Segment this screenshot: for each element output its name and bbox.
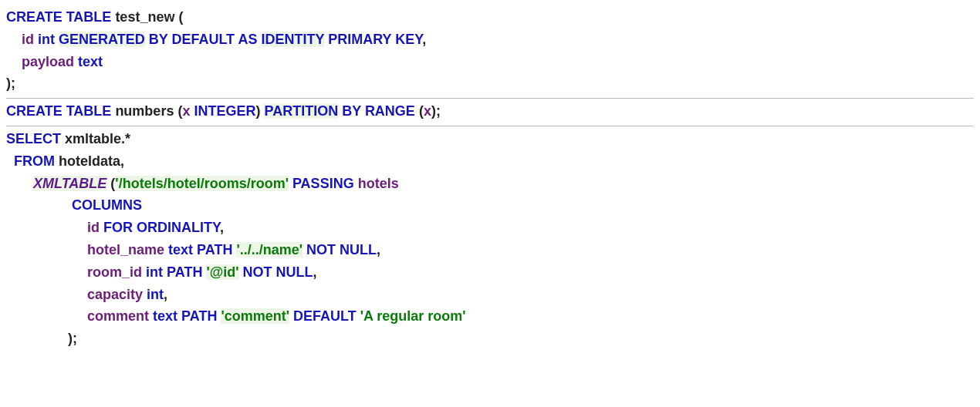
keyword-columns: COLUMNS	[72, 197, 142, 213]
keyword-table: TABLE	[66, 9, 112, 25]
col-capacity: capacity	[87, 287, 143, 302]
string-default: 'A regular room'	[360, 308, 466, 324]
keyword-not: NOT	[306, 242, 336, 257]
keyword-key: KEY	[395, 32, 422, 47]
dot-star: .*	[121, 131, 130, 146]
comma: ,	[164, 287, 167, 302]
string-name-path: '../../name'	[236, 242, 302, 257]
ident-hoteldata: hoteldata	[59, 153, 120, 169]
ident-hotels: hotels	[358, 176, 399, 191]
keyword-as: AS	[238, 32, 257, 47]
type-text: text	[78, 54, 103, 69]
col-payload: payload	[22, 54, 74, 69]
keyword-select: SELECT	[6, 131, 61, 146]
code-line: );	[6, 328, 974, 350]
keyword-table: TABLE	[66, 103, 112, 119]
type-int: int	[147, 287, 164, 302]
ident-xmltable: xmltable	[65, 131, 121, 146]
comma: ,	[377, 242, 380, 257]
keyword-from: FROM	[14, 153, 55, 169]
code-line: COLUMNS	[6, 194, 974, 217]
comma: ,	[313, 264, 317, 280]
code-line: comment text PATH 'comment' DEFAULT 'A r…	[6, 305, 974, 328]
keyword-passing: PASSING	[292, 176, 354, 191]
col-x: x	[424, 103, 431, 119]
col-room-id: room_id	[87, 264, 142, 280]
keyword-path: PATH	[181, 308, 217, 324]
col-comment: comment	[87, 308, 149, 324]
col-id: id	[22, 32, 34, 47]
col-x: x	[182, 103, 190, 119]
close-paren-sc: );	[431, 103, 441, 119]
code-line: id int GENERATED BY DEFAULT AS IDENTITY …	[6, 29, 974, 51]
comma: ,	[120, 153, 124, 169]
comma: ,	[422, 32, 426, 47]
ident-test-new: test_new	[115, 9, 174, 25]
code-line: id FOR ORDINALITY,	[6, 217, 974, 239]
keyword-create: CREATE	[6, 9, 63, 25]
comma: ,	[220, 220, 224, 235]
code-line: XMLTABLE ('/hotels/hotel/rooms/room' PAS…	[6, 173, 974, 195]
keyword-default: DEFAULT	[293, 308, 357, 324]
keyword-create: CREATE	[6, 103, 63, 119]
type-int: int	[146, 264, 163, 280]
type-integer: INTEGER	[194, 103, 255, 119]
keyword-path: PATH	[197, 242, 232, 257]
code-line: CREATE TABLE numbers (x INTEGER) PARTITI…	[6, 100, 974, 123]
keyword-for: FOR	[103, 220, 133, 235]
keyword-partition: PARTITION	[264, 103, 338, 119]
code-block-2: CREATE TABLE numbers (x INTEGER) PARTITI…	[6, 99, 974, 126]
fn-xmltable: XMLTABLE	[33, 176, 106, 191]
keyword-null: NULL	[276, 264, 313, 280]
code-line: SELECT xmltable.*	[6, 128, 974, 150]
type-text: text	[168, 242, 193, 257]
string-xpath: '/hotels/hotel/rooms/room'	[115, 176, 289, 191]
code-line: capacity int,	[6, 284, 974, 306]
close-paren-sc: );	[68, 331, 77, 346]
keyword-generated: GENERATED	[59, 32, 145, 47]
type-int: int	[38, 32, 55, 47]
keyword-range: RANGE	[365, 103, 415, 119]
type-text: text	[153, 308, 177, 324]
keyword-default: DEFAULT	[171, 32, 235, 47]
keyword-by: BY	[342, 103, 361, 119]
code-line: hotel_name text PATH '../../name' NOT NU…	[6, 239, 974, 261]
code-block-1: CREATE TABLE test_new ( id int GENERATED…	[6, 5, 974, 98]
keyword-ordinality: ORDINALITY	[137, 220, 220, 235]
keyword-primary: PRIMARY	[328, 32, 391, 47]
paren-open: (	[178, 9, 183, 25]
code-line: CREATE TABLE test_new (	[6, 6, 974, 29]
col-hotel-name: hotel_name	[87, 242, 164, 257]
code-block-3: SELECT xmltable.* FROM hoteldata, XMLTAB…	[6, 126, 974, 353]
code-line: );	[6, 72, 974, 95]
keyword-not: NOT	[243, 264, 272, 280]
paren-close: )	[255, 103, 260, 119]
string-id-path: '@id'	[206, 264, 238, 280]
code-line: FROM hoteldata,	[6, 150, 974, 173]
keyword-identity: IDENTITY	[262, 32, 325, 47]
string-comment-path: 'comment'	[221, 308, 289, 324]
code-line: payload text	[6, 51, 974, 73]
code-line: room_id int PATH '@id' NOT NULL,	[6, 261, 974, 284]
keyword-null: NULL	[340, 242, 377, 257]
keyword-path: PATH	[167, 264, 202, 280]
keyword-by: BY	[149, 32, 168, 47]
col-id: id	[87, 220, 100, 235]
close-paren-sc: );	[6, 76, 15, 91]
ident-numbers: numbers	[115, 103, 174, 119]
